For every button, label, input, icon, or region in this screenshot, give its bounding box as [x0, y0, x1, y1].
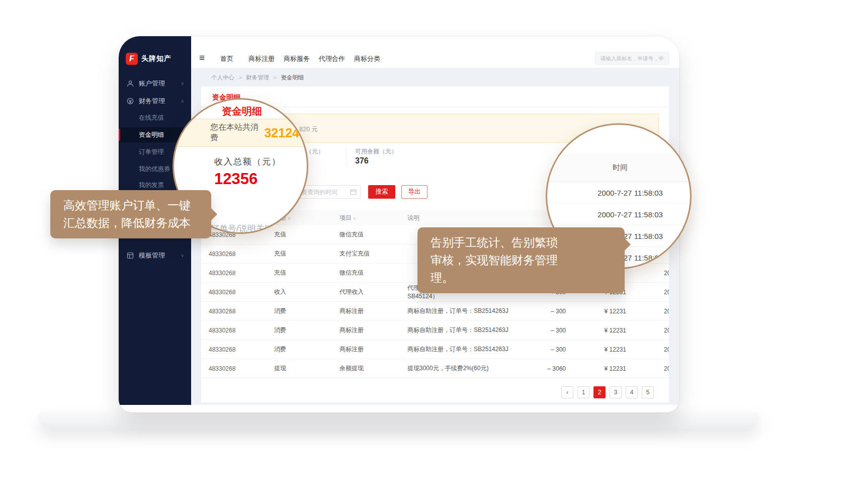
brand-name: 头牌知产: [141, 54, 172, 63]
lens-consumption-banner: 您在本站共消费 32124 元: [174, 119, 308, 147]
lens-time-row: 2000-7-27 11:58:03: [547, 204, 692, 225]
callout-line: 高效管理账户订单、一键: [63, 197, 198, 214]
chevron-down-icon: ∨: [181, 81, 184, 86]
consumption-amount-partial: 820 元: [299, 125, 318, 134]
lens-time-header: 时间: [547, 154, 692, 182]
balance-label: 可用余额（元）: [355, 147, 397, 156]
lens-income-value: 12356: [214, 170, 258, 188]
top-navbar: ≡ 首页 商标注册 商标服务 代理合作 商标分类: [191, 36, 679, 68]
brand-logo-icon: F: [126, 53, 138, 65]
table-row: 48330268 消费 商标注册 商标自助注册，订单号：SB2514263J –…: [201, 302, 669, 321]
template-icon: [127, 252, 134, 259]
pagination-page-5[interactable]: 5: [642, 386, 654, 398]
table-row: 48330268 提现 余额提现 提现3000元，手续费2%(60元) – 30…: [201, 359, 669, 378]
sidebar-item-finance[interactable]: 财务管理 ∧: [119, 93, 191, 109]
hamburger-menu-icon[interactable]: ≡: [199, 52, 205, 63]
lens-consumption-value: 32124: [264, 126, 299, 140]
lens-tab-title: 资金明细: [222, 105, 262, 118]
callout-line: 汇总数据，降低财务成本: [63, 214, 198, 232]
sidebar-subitem-recharge[interactable]: 在线充值: [119, 110, 191, 125]
export-button[interactable]: 导出: [401, 185, 428, 199]
breadcrumb-separator: >: [273, 74, 277, 80]
tab-row: 资金明细: [201, 87, 669, 107]
sidebar-item-label: 财务管理: [139, 97, 181, 106]
lens-income-label: 收入总额（元）: [214, 156, 281, 167]
nav-home[interactable]: 首页: [220, 54, 233, 63]
breadcrumb-personal-center[interactable]: 个人中心: [211, 74, 234, 80]
finance-icon: [127, 98, 134, 105]
nav-trademark-services[interactable]: 商标服务: [284, 54, 310, 63]
stat-divider: [346, 148, 347, 166]
sidebar-item-label: 账户管理: [139, 79, 181, 88]
pagination-page-2-active[interactable]: 2: [593, 386, 606, 398]
trademark-search-input[interactable]: [595, 52, 669, 65]
nav-trademark-register[interactable]: 商标注册: [248, 54, 275, 63]
brand: F 头牌知产: [126, 51, 186, 66]
sidebar-item-account[interactable]: 账户管理 ∨: [119, 75, 191, 92]
chevron-up-icon: ∧: [181, 99, 184, 104]
breadcrumb-finance[interactable]: 财务管理: [246, 74, 269, 80]
breadcrumb: 个人中心 > 财务管理 > 资金明细: [211, 74, 304, 81]
breadcrumb-separator: >: [238, 74, 242, 80]
pagination-page-3[interactable]: 3: [610, 386, 622, 398]
stat-label-partial: （元）: [306, 147, 324, 156]
pagination-page-4[interactable]: 4: [626, 386, 638, 398]
pagination-prev[interactable]: ‹: [561, 386, 573, 398]
table-row: 48330268 消费 商标注册 商标自助注册，订单号：SB2514263J –…: [201, 321, 669, 340]
callout-left: 高效管理账户订单、一键 汇总数据，降低财务成本: [50, 190, 211, 238]
laptop-base: [38, 411, 759, 429]
lens-time-row: 2000-7-27 11:58:03: [547, 182, 692, 204]
header-desc: 说明: [407, 214, 510, 222]
table-row: 48330268 消费 商标注册 商标自助注册，订单号：SB2514263J –…: [201, 340, 669, 359]
sort-caret-icon: ∨: [288, 216, 291, 221]
chevron-down-icon: ∨: [181, 253, 184, 258]
pagination-page-1[interactable]: 1: [577, 386, 589, 398]
sidebar-item-templates[interactable]: 模板管理 ∨: [119, 247, 191, 264]
calendar-icon: [350, 189, 357, 195]
nav-agency[interactable]: 代理合作: [319, 54, 345, 63]
balance-value: 376: [355, 156, 369, 165]
callout-line: 告别手工统计、告别繁琐: [431, 234, 612, 251]
search-button[interactable]: 搜索: [368, 185, 395, 199]
nav-trademark-category[interactable]: 商标分类: [354, 54, 380, 63]
breadcrumb-current: 资金明细: [281, 74, 304, 80]
sort-caret-icon: ∨: [353, 216, 356, 221]
breadcrumb-bar: 个人中心 > 财务管理 > 资金明细: [191, 68, 679, 87]
user-icon: [127, 80, 134, 87]
header-project[interactable]: 项目∨: [339, 214, 407, 222]
sidebar-item-label: 模板管理: [139, 251, 181, 260]
callout-right: 告别手工统计、告别繁琐 审核，实现智能财务管理 理。: [417, 227, 625, 293]
pagination: ‹ 1 2 3 4 5: [201, 386, 654, 398]
callout-line: 审核，实现智能财务管理: [431, 251, 612, 269]
callout-line: 理。: [431, 269, 612, 287]
